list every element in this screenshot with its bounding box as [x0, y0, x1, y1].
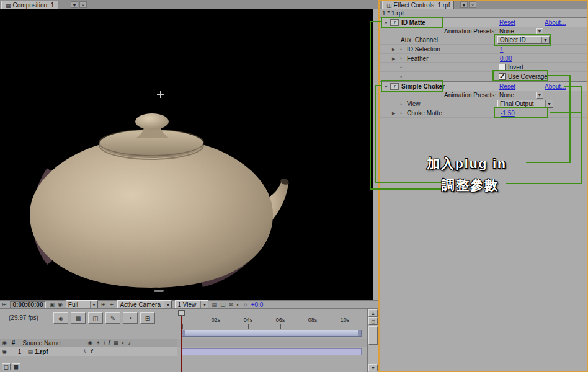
annotation-line: [564, 86, 582, 87]
scroll-down-icon[interactable]: ▼: [368, 364, 378, 371]
frame-blend-icon[interactable]: ✎: [105, 312, 120, 324]
tab-effect-controls[interactable]: ◫ Effect Controls: 1.rpf: [382, 1, 454, 9]
frame-blend-switch-icon: ▦: [113, 340, 118, 346]
view-layout-dropdown[interactable]: 1 View ▼: [175, 300, 208, 309]
scroll-up-icon[interactable]: ▲: [368, 309, 378, 317]
footage-icon: ▤: [27, 348, 33, 355]
fps-label: (29.97 fps): [9, 314, 38, 321]
column-source-name[interactable]: Source Name: [22, 340, 60, 347]
layer-name[interactable]: 1.rpf: [35, 348, 48, 355]
panel-maximize-icon[interactable]: ◫: [368, 317, 378, 325]
annotation-line: [370, 188, 442, 190]
about-link[interactable]: About...: [545, 19, 566, 26]
show-snapshot-icon[interactable]: ◉: [58, 301, 63, 308]
layer-row[interactable]: ◉ 1 ▤ 1.rpf \ f: [0, 347, 177, 356]
stopwatch-icon[interactable]: ◔: [399, 55, 402, 61]
annotation-line: [526, 162, 571, 163]
column-hash: #: [12, 340, 16, 347]
resolution-icon[interactable]: ⊠: [228, 301, 233, 308]
annotation-line: [375, 182, 442, 183]
current-time-indicator[interactable]: [181, 312, 182, 372]
annotation-line: [548, 75, 571, 76]
annotation-line: [569, 75, 571, 163]
stopwatch-icon[interactable]: ◔: [399, 74, 402, 80]
highlight-box-id-matte: [381, 17, 443, 28]
pixel-aspect-icon[interactable]: ◐: [236, 301, 239, 308]
hide-shy-layers-icon[interactable]: ◫: [88, 312, 103, 324]
layer-fx-icon[interactable]: f: [91, 348, 92, 355]
view-layout-value: 1 View: [176, 301, 200, 308]
layer-video-eye-icon[interactable]: ◉: [2, 348, 7, 355]
timeline-panel: (29.97 fps) ◈ ▦ ◫ ✎ ◔ ⊞ 02s 04s 06s 08s …: [0, 308, 378, 372]
camera-view-dropdown[interactable]: Active Camera ▼: [117, 300, 172, 309]
camera-view-value: Active Camera: [118, 301, 164, 308]
layer-duration-bar[interactable]: [182, 348, 362, 355]
highlight-box-aux-channel: [494, 34, 551, 46]
fx-panel-close-icon[interactable]: ×: [469, 1, 476, 8]
av-features-icon: ◉: [2, 340, 7, 346]
tab-composition[interactable]: ▦ Composition: 1: [1, 1, 58, 9]
annotation-line: [506, 183, 582, 184]
property-label: Choke Matte: [407, 110, 442, 117]
about-link[interactable]: About...: [545, 83, 566, 90]
current-time-indicator-handle[interactable]: [178, 310, 185, 316]
comp-panel-menu-icon[interactable]: ▼: [71, 1, 78, 8]
presets-dropdown-icon[interactable]: ▼: [536, 92, 543, 99]
panel-focus-border: [378, 0, 588, 1]
highlight-box-choke-matte: [494, 107, 548, 118]
presets-label: Animation Presets:: [417, 92, 496, 99]
feather-value[interactable]: 0.00: [500, 55, 512, 62]
reset-link[interactable]: Reset: [499, 83, 515, 90]
tab-composition-label: Composition: 1: [13, 2, 55, 9]
presets-label: Animation Presets:: [417, 28, 496, 35]
viewport-resize-handle[interactable]: [154, 290, 164, 292]
work-area-bar[interactable]: [182, 330, 362, 337]
annotation-line: [550, 112, 582, 113]
mask-visibility-icon[interactable]: ＋: [109, 301, 114, 309]
fx-panel-menu-icon[interactable]: ▼: [460, 1, 468, 8]
timeline-scrollbar[interactable]: ▲ ◫ ▼: [367, 309, 378, 372]
comp-viewport[interactable]: [0, 9, 373, 300]
motion-blur-icon[interactable]: ◔: [123, 312, 138, 324]
stopwatch-icon[interactable]: ◔: [399, 46, 402, 53]
magnification-value: Full: [66, 301, 90, 308]
expander-right-icon[interactable]: ▶: [392, 56, 395, 61]
stopwatch-icon[interactable]: ◔: [399, 101, 402, 107]
brainstorm-icon[interactable]: ⊞: [140, 312, 155, 324]
tab-effect-controls-label: Effect Controls: 1.rpf: [394, 2, 450, 9]
snapshot-icon[interactable]: ▣: [49, 301, 55, 308]
region-of-interest-icon[interactable]: ▤: [212, 301, 217, 308]
exposure-value[interactable]: +0.0: [251, 301, 264, 308]
channel-icon[interactable]: ◫: [220, 301, 226, 308]
expander-right-icon[interactable]: ▶: [392, 47, 395, 52]
effect-controls-icon: ◫: [386, 2, 392, 9]
comp-panel-close-icon[interactable]: ×: [79, 1, 87, 8]
reset-link[interactable]: Reset: [499, 19, 515, 26]
expand-transfer-modes-icon[interactable]: ◼: [12, 363, 20, 370]
grid-guides-icon[interactable]: ⊞: [101, 301, 106, 308]
property-row-invert: ◔ Invert: [380, 63, 588, 72]
expand-layer-switches-icon[interactable]: ◻: [2, 363, 11, 370]
id-selection-value[interactable]: 1: [500, 46, 504, 53]
annotation-line: [375, 85, 376, 183]
property-row-aux-channel: Aux. Channel Object ID ▼: [380, 35, 588, 45]
property-label: View: [407, 100, 421, 107]
fast-preview-icon[interactable]: ☼: [243, 301, 247, 308]
annotation-line: [581, 86, 582, 184]
property-label: Aux. Channel: [401, 37, 438, 43]
current-time-display[interactable]: 0:00:00:00: [10, 301, 47, 308]
time-ruler[interactable]: 02s 04s 06s 08s 10s: [177, 309, 367, 329]
expander-right-icon[interactable]: ▶: [392, 111, 395, 116]
comp-mini-flowchart-icon[interactable]: ◈: [53, 312, 68, 324]
safe-zones-icon[interactable]: ⊞: [2, 301, 7, 308]
magnification-dropdown[interactable]: Full ▼: [66, 300, 98, 309]
draft-3d-icon[interactable]: ▦: [71, 312, 86, 324]
layer-quality-icon[interactable]: \: [84, 348, 86, 355]
stopwatch-icon[interactable]: ◔: [399, 110, 402, 117]
stopwatch-icon[interactable]: ◔: [399, 64, 402, 71]
chevron-down-icon: ▼: [90, 301, 97, 308]
ruler-label: 08s: [305, 317, 320, 323]
audio-switch-icon: ♪: [128, 340, 131, 346]
scrollbar-thumb[interactable]: [368, 326, 378, 345]
presets-value[interactable]: None: [499, 92, 514, 99]
